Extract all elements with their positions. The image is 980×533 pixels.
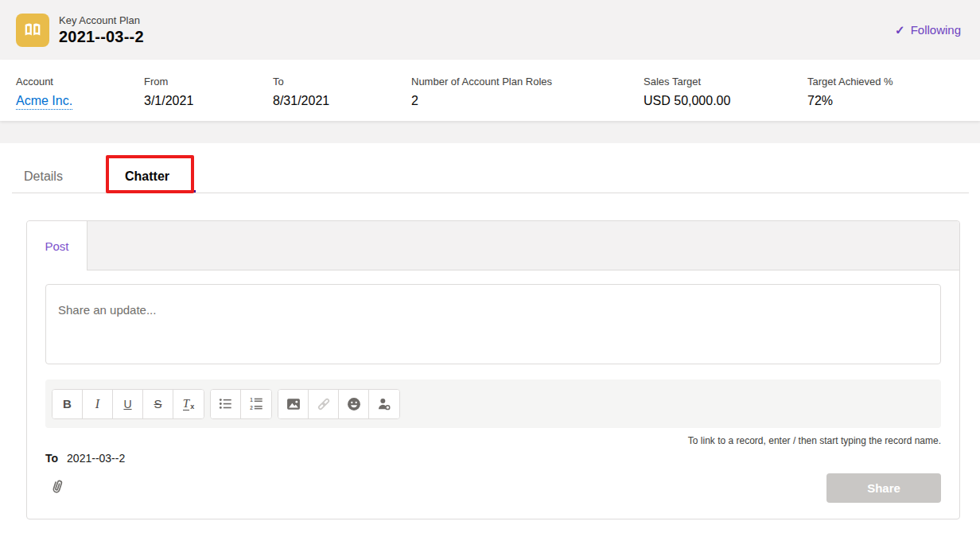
tab-chatter[interactable]: Chatter [125, 169, 169, 184]
svg-text:2: 2 [250, 405, 253, 410]
bulleted-list-button[interactable] [211, 390, 241, 418]
insert-emoji-button[interactable] [339, 390, 369, 418]
italic-button[interactable]: I [83, 390, 113, 418]
publisher-tabstrip-filler [88, 221, 959, 270]
page-background-gap [0, 121, 980, 143]
field-value-roles: 2 [411, 92, 636, 109]
mention-user-button[interactable] [369, 390, 399, 418]
format-text-group: B I U S Tx [52, 389, 204, 419]
tab-details[interactable]: Details [24, 169, 63, 184]
underline-button[interactable]: U [113, 390, 143, 418]
insert-content-group [278, 389, 400, 419]
mention-user-icon [376, 396, 392, 412]
rich-text-toolbar: B I U S Tx [45, 379, 941, 428]
chatter-publisher: Post Share an update... B I U S Tx [26, 220, 960, 519]
post-audience-row: To 2021--03--2 [45, 452, 941, 465]
check-icon: ✓ [895, 23, 905, 37]
following-label: Following [911, 23, 961, 37]
paperclip-icon [49, 477, 66, 497]
field-label-target-achieved: Target Achieved % [807, 76, 972, 88]
editor-placeholder: Share an update... [58, 303, 928, 317]
numbered-list-button[interactable]: 1 2 [241, 390, 271, 418]
record-header: Key Account Plan 2021--03--2 ✓ Following [0, 0, 980, 60]
following-button[interactable]: ✓ Following [895, 23, 961, 37]
attach-file-button[interactable] [49, 477, 66, 500]
account-link[interactable]: Acme Inc. [16, 94, 72, 110]
record-body-card: Details Chatter Post Share an update... … [0, 143, 980, 533]
record-tab-bar: Details Chatter [0, 143, 980, 193]
record-title: 2021--03--2 [59, 27, 144, 47]
to-label: To [45, 452, 58, 465]
field-label-to: To [273, 76, 403, 88]
highlights-panel: Account Acme Inc. From 3/1/2021 To 8/31/… [0, 60, 980, 121]
tab-post[interactable]: Post [27, 221, 88, 270]
field-label-roles: Number of Account Plan Roles [411, 76, 636, 88]
to-value: 2021--03--2 [67, 452, 125, 465]
image-icon [286, 396, 301, 412]
format-list-group: 1 2 [210, 389, 272, 419]
bold-icon: B [63, 397, 72, 410]
record-link-helper-text: To link to a record, enter / then start … [45, 435, 941, 446]
insert-link-button[interactable] [309, 390, 339, 418]
strikethrough-icon: S [154, 397, 161, 410]
bold-button[interactable]: B [52, 390, 83, 418]
field-value-from: 3/1/2021 [144, 92, 265, 109]
object-name: Key Account Plan [59, 14, 144, 27]
field-value-sales-target: USD 50,000.00 [644, 92, 799, 109]
underline-icon: U [123, 398, 131, 410]
key-account-plan-book-icon [16, 14, 49, 47]
italic-icon: I [95, 397, 99, 411]
link-icon [316, 396, 332, 412]
remove-formatting-icon: T [183, 398, 189, 410]
numbered-list-icon: 1 2 [249, 396, 264, 411]
bulleted-list-icon [218, 396, 233, 411]
strikethrough-button[interactable]: S [143, 390, 173, 418]
field-label-from: From [144, 76, 265, 88]
field-value-target-achieved: 72% [807, 92, 972, 109]
post-editor[interactable]: Share an update... [45, 284, 941, 364]
field-value-to: 8/31/2021 [273, 92, 403, 109]
svg-text:1: 1 [250, 397, 253, 403]
remove-formatting-button[interactable]: Tx [173, 390, 204, 418]
emoji-icon [346, 396, 362, 412]
insert-image-button[interactable] [278, 390, 309, 418]
share-button[interactable]: Share [826, 473, 941, 503]
publisher-tabstrip: Post [27, 221, 959, 270]
tab-divider [12, 193, 969, 193]
field-label-account: Account [16, 76, 136, 88]
field-label-sales-target: Sales Target [644, 76, 799, 88]
